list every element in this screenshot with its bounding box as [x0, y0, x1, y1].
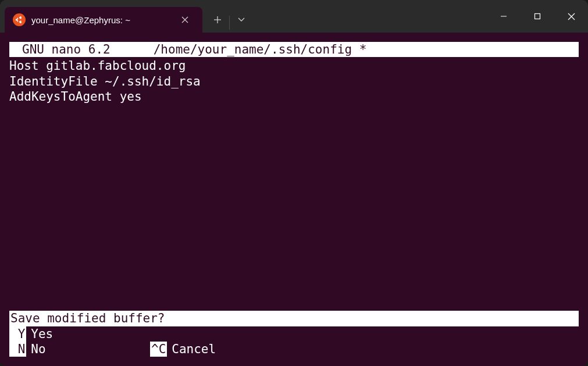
dropdown-button[interactable] — [230, 7, 253, 33]
shortcut-label: No — [26, 342, 45, 357]
close-icon — [568, 13, 575, 20]
svg-rect-8 — [535, 14, 540, 19]
minimize-icon — [500, 13, 507, 20]
shortcut-key: Y — [9, 326, 26, 342]
nano-app-name: GNU nano 6.2 — [10, 42, 111, 57]
shortcut-label: Cancel — [167, 342, 216, 357]
nano-header: GNU nano 6.2 /home/your_name/.ssh/config… — [9, 42, 579, 57]
shortcut-row-1: Y Yes — [9, 326, 579, 342]
shortcut-no[interactable]: N No — [9, 342, 150, 357]
save-prompt: Save modified buffer? — [9, 311, 579, 326]
content-line: IdentityFile ~/.ssh/id_rsa — [9, 74, 201, 88]
shortcut-key: N — [9, 342, 26, 357]
tab-title: your_name@Zephyrus: ~ — [31, 15, 172, 25]
shortcut-cancel[interactable]: ^C Cancel — [150, 342, 579, 357]
close-icon — [181, 16, 188, 23]
shortcut-key: ^C — [150, 342, 167, 357]
maximize-button[interactable] — [521, 0, 554, 33]
ubuntu-icon — [13, 13, 26, 26]
nano-statusbar: Save modified buffer? Y Yes N No ^C Canc… — [9, 311, 579, 357]
plus-icon — [213, 16, 222, 24]
tab-controls — [206, 0, 253, 33]
titlebar: your_name@Zephyrus: ~ — [0, 0, 588, 33]
shortcut-label: Yes — [26, 326, 53, 342]
nano-file-path: /home/your_name/.ssh/config * — [111, 42, 367, 57]
tab-area: your_name@Zephyrus: ~ — [0, 0, 487, 33]
shortcut-row-2: N No ^C Cancel — [9, 342, 579, 357]
chevron-down-icon — [238, 17, 245, 22]
file-content: Host gitlab.fabcloud.org IdentityFile ~/… — [9, 58, 579, 104]
terminal-tab[interactable]: your_name@Zephyrus: ~ — [5, 7, 202, 33]
shortcut-yes[interactable]: Y Yes — [9, 326, 150, 342]
maximize-icon — [534, 13, 541, 20]
window-controls — [487, 0, 588, 33]
terminal-body[interactable]: GNU nano 6.2 /home/your_name/.ssh/config… — [0, 33, 588, 366]
content-line: Host gitlab.fabcloud.org — [9, 59, 186, 73]
minimize-button[interactable] — [487, 0, 521, 33]
close-tab-button[interactable] — [178, 13, 192, 27]
content-line: AddKeysToAgent yes — [9, 90, 142, 104]
close-window-button[interactable] — [554, 0, 588, 33]
new-tab-button[interactable] — [206, 7, 229, 33]
